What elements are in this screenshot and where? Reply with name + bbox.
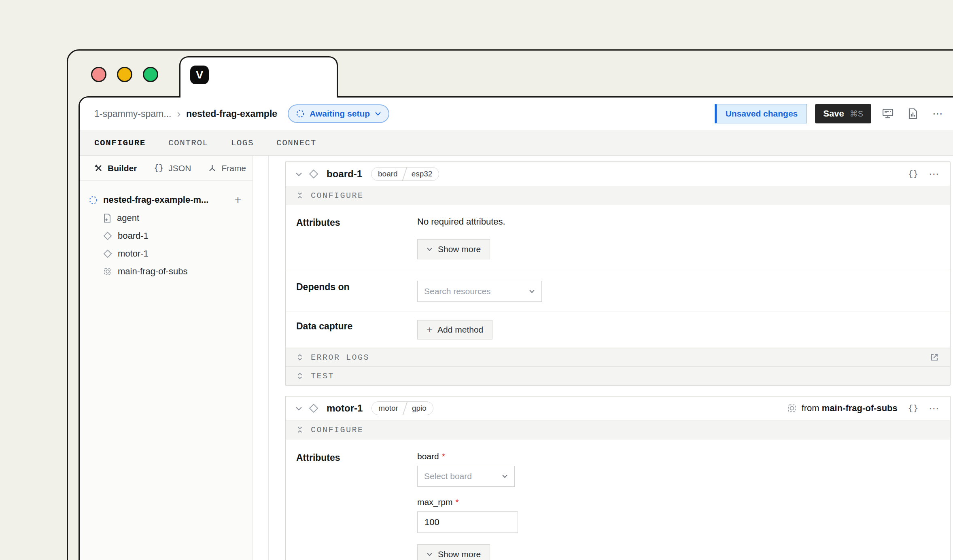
- from-fragment-name: main-frag-of-subs: [822, 403, 898, 413]
- status-label: Awaiting setup: [310, 109, 370, 119]
- chevron-down-icon: [529, 289, 535, 293]
- diamond-icon: [103, 249, 112, 258]
- window-minimize-button[interactable]: [117, 67, 132, 82]
- window-maximize-button[interactable]: [143, 67, 158, 82]
- tree-item-board-1[interactable]: board-1: [89, 227, 244, 245]
- section-error-logs-label: ERROR LOGS: [311, 353, 369, 362]
- chevron-down-icon: [427, 247, 433, 251]
- tree-item-main-frag-of-subs[interactable]: main-frag-of-subs: [89, 263, 244, 280]
- attributes-label: Attributes: [296, 216, 417, 259]
- tab-configure[interactable]: CONFIGURE: [94, 138, 146, 148]
- chevron-down-icon: [502, 474, 508, 478]
- max-rpm-input[interactable]: [417, 511, 518, 533]
- fragment-source: from main-frag-of-subs: [787, 403, 898, 414]
- machine-status-badge[interactable]: Awaiting setup: [288, 104, 389, 123]
- from-prefix: from: [802, 403, 822, 413]
- view-builder-label: Builder: [108, 163, 137, 173]
- report-document-icon[interactable]: [904, 105, 921, 122]
- viam-logo: V: [190, 66, 209, 84]
- data-capture-label: Data capture: [296, 320, 417, 339]
- no-required-attributes-text: No required attributes.: [417, 216, 505, 227]
- resource-tree: nested-frag-example-m... + agent boar: [80, 181, 253, 280]
- tag-type: motor: [372, 404, 405, 413]
- unsaved-changes-indicator[interactable]: Unsaved changes: [715, 104, 807, 123]
- tree-item-motor-1[interactable]: motor-1: [89, 245, 244, 263]
- view-frame[interactable]: Frame: [208, 163, 246, 173]
- tree-root-machine[interactable]: nested-frag-example-m... +: [89, 191, 244, 209]
- collapse-chevron-icon[interactable]: [295, 406, 302, 411]
- header-actions: Unsaved changes Save ⌘S ⋯: [715, 104, 947, 123]
- code-json-button[interactable]: {}: [908, 170, 918, 179]
- view-builder[interactable]: Builder: [94, 163, 137, 173]
- tree-root-label: nested-frag-example-m...: [103, 195, 208, 205]
- expand-vertical-icon: [296, 372, 304, 380]
- section-test[interactable]: TEST: [286, 367, 950, 385]
- card-motor-1-header: motor-1 motor gpio: [286, 397, 950, 420]
- tag-model: esp32: [405, 170, 439, 178]
- sidebar-view-switcher: Builder {} JSON Frame: [80, 156, 253, 181]
- chevron-down-icon: [375, 112, 381, 116]
- collapse-vertical-icon: [296, 426, 304, 433]
- save-label: Save: [823, 108, 844, 119]
- view-json[interactable]: {} JSON: [154, 163, 191, 173]
- app-page: 1-spammy-spam... › nested-frag-example A…: [79, 96, 953, 560]
- fragment-icon: [103, 267, 112, 276]
- tag-type: board: [371, 170, 404, 178]
- tab-logs[interactable]: LOGS: [231, 138, 254, 148]
- machine-nav-tabs: CONFIGURE CONTROL LOGS CONNECT: [80, 130, 953, 156]
- code-json-button[interactable]: {}: [908, 404, 918, 413]
- tree-item-agent[interactable]: agent: [89, 209, 244, 227]
- add-method-label: Add method: [437, 325, 483, 335]
- header-overflow-menu[interactable]: ⋯: [930, 105, 947, 122]
- save-button[interactable]: Save ⌘S: [815, 104, 871, 123]
- tree-item-label: board-1: [118, 231, 149, 241]
- resource-name: motor-1: [327, 403, 363, 414]
- expand-vertical-icon: [296, 354, 304, 361]
- browser-tab[interactable]: V: [179, 56, 338, 98]
- board-field-label: board*: [417, 452, 445, 461]
- fragment-icon: [787, 403, 797, 413]
- data-capture-row: Data capture + Add method: [286, 312, 950, 348]
- machine-spinner-icon: [89, 195, 98, 205]
- breadcrumb-parent[interactable]: 1-spammy-spam...: [94, 108, 171, 119]
- attributes-label: Attributes: [296, 452, 417, 560]
- card-board-1: board-1 board esp32 {} ⋯: [285, 161, 951, 386]
- file-icon: [103, 213, 111, 223]
- card-overflow-menu[interactable]: ⋯: [929, 168, 940, 180]
- card-actions: {} ⋯: [908, 168, 940, 180]
- section-configure[interactable]: CONFIGURE: [286, 420, 950, 439]
- breadcrumb-current: nested-frag-example: [186, 108, 277, 119]
- section-configure-label: CONFIGURE: [311, 425, 364, 435]
- resource-sidebar: Builder {} JSON Frame: [80, 156, 253, 560]
- open-logs-external-icon[interactable]: [930, 352, 939, 362]
- window-close-button[interactable]: [91, 67, 106, 82]
- card-overflow-menu[interactable]: ⋯: [929, 402, 940, 415]
- show-more-button[interactable]: Show more: [417, 239, 490, 259]
- section-error-logs[interactable]: ERROR LOGS: [286, 348, 950, 367]
- sidebar-gutter: [253, 156, 268, 560]
- tree-item-label: main-frag-of-subs: [118, 266, 187, 277]
- depends-on-placeholder: Search resources: [424, 286, 491, 296]
- tab-connect[interactable]: CONNECT: [276, 138, 316, 148]
- card-board-1-header: board-1 board esp32 {} ⋯: [286, 162, 950, 186]
- machine-page-icon[interactable]: [879, 105, 896, 122]
- chevron-down-icon: [427, 552, 433, 556]
- spinner-icon: [296, 109, 305, 118]
- add-resource-button[interactable]: +: [231, 194, 244, 206]
- section-configure[interactable]: CONFIGURE: [286, 186, 950, 205]
- collapse-chevron-icon[interactable]: [295, 172, 302, 176]
- add-method-button[interactable]: + Add method: [417, 320, 492, 339]
- card-motor-1: motor-1 motor gpio: [285, 396, 951, 560]
- frame-axes-icon: [208, 164, 216, 172]
- board-select[interactable]: Select board: [417, 466, 515, 487]
- resource-type-tags: motor gpio: [371, 401, 433, 415]
- tree-item-label: agent: [117, 213, 139, 223]
- tree-item-label: motor-1: [118, 248, 149, 259]
- show-more-button[interactable]: Show more: [417, 544, 490, 560]
- tag-model: gpio: [405, 404, 433, 413]
- resource-name: board-1: [327, 168, 362, 180]
- depends-on-select[interactable]: Search resources: [417, 281, 542, 302]
- configure-content: Builder {} JSON Frame: [80, 156, 953, 560]
- tab-control[interactable]: CONTROL: [168, 138, 208, 148]
- show-more-label: Show more: [438, 549, 481, 559]
